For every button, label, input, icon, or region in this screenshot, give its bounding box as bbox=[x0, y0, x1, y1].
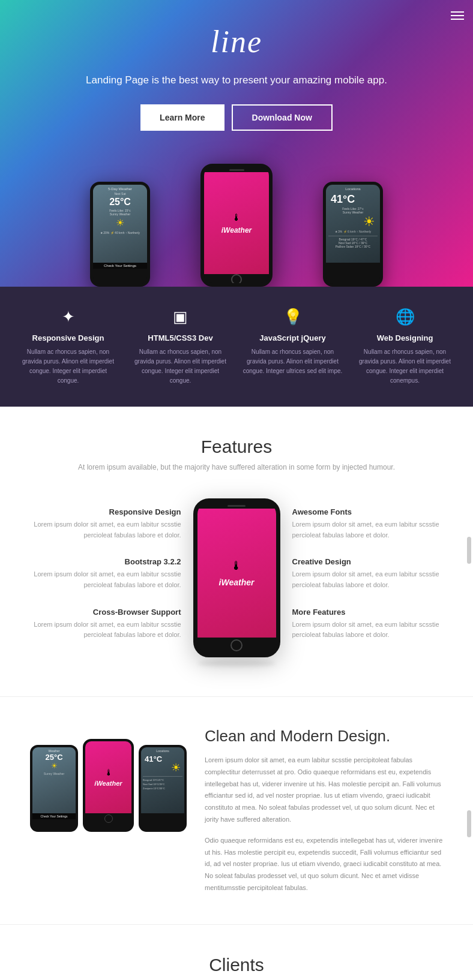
features-left-col: Responsive Design Lorem ipsum dolor sit … bbox=[30, 507, 181, 657]
design-phone-3: Locations 41°C ☀ Beograd 19°C/47°CNovi S… bbox=[139, 745, 187, 832]
hero-phone-center: 🌡 iWeather bbox=[200, 164, 273, 287]
clients-title: Clients bbox=[24, 955, 449, 975]
feat-name-1: Responsive Design bbox=[30, 507, 181, 516]
design-desc-1: Lorem ipsum dolor sit amet, ea eum labit… bbox=[205, 754, 443, 826]
main-features-section: Features At lorem ipsum available, but t… bbox=[0, 407, 473, 696]
hero-phone-left: 5-Day Weather Next Sat 25°C Feels Like: … bbox=[90, 182, 150, 287]
feat-desc-2: Lorem ipsum dolor sit amet, ea eum labit… bbox=[30, 569, 181, 590]
feature-row-creative: Creative Design Lorem ipsum dolor sit am… bbox=[292, 557, 444, 590]
feat-name-3: Cross-Browser Support bbox=[30, 608, 181, 617]
features-grid: Responsive Design Lorem ipsum dolor sit … bbox=[30, 498, 443, 666]
download-now-button[interactable]: Download Now bbox=[232, 104, 333, 131]
hamburger-menu[interactable] bbox=[451, 9, 464, 22]
hero-subtitle: Landing Page is the best way to present … bbox=[12, 74, 461, 86]
design-phone-1: Weather 25°C ☀ Sunny Weather Check Your … bbox=[30, 745, 78, 832]
hero-section: line Landing Page is the best way to pre… bbox=[0, 0, 473, 287]
hero-phones: 5-Day Weather Next Sat 25°C Feels Like: … bbox=[12, 155, 461, 287]
feature-row-responsive: Responsive Design Lorem ipsum dolor sit … bbox=[30, 507, 181, 540]
feature-title-2: HTML5/CSS3 Dev bbox=[130, 333, 230, 342]
clients-section: Clients workday. intel jQuery flickr YAH… bbox=[0, 924, 473, 980]
feature-desc-2: Nullam ac rhoncus sapien, non gravida pu… bbox=[130, 347, 230, 386]
design-phone-2: 🌡 iWeather bbox=[83, 739, 134, 832]
feature-title-3: JavaScript jQuery bbox=[243, 333, 343, 342]
feature-row-bootstrap: Bootstrap 3.2.2 Lorem ipsum dolor sit am… bbox=[30, 557, 181, 590]
design-title: Clean and Modern Design. bbox=[205, 727, 443, 745]
feature-desc: Nullam ac rhoncus sapien, non gravida pu… bbox=[18, 347, 118, 386]
features-right-col: Awesome Fonts Lorem ipsum dolor sit amet… bbox=[292, 507, 444, 657]
feat-name-2: Bootstrap 3.2.2 bbox=[30, 557, 181, 566]
hero-title: line bbox=[12, 24, 461, 59]
feat-desc-5: Lorem ipsum dolor sit amet, ea eum labit… bbox=[292, 569, 444, 590]
feature-row-fonts: Awesome Fonts Lorem ipsum dolor sit amet… bbox=[292, 507, 444, 540]
iweather-app-label: iWeather bbox=[221, 226, 252, 235]
features-center-phone: 🌡 iWeather bbox=[190, 498, 283, 666]
html5-icon: ▣ bbox=[130, 308, 230, 326]
features-section-subtitle: At lorem ipsum available, but the majori… bbox=[30, 463, 443, 471]
feat-desc-6: Lorem ipsum dolor sit amet, ea eum labit… bbox=[292, 620, 444, 641]
design-section: Weather 25°C ☀ Sunny Weather Check Your … bbox=[0, 696, 473, 924]
feat-desc-1: Lorem ipsum dolor sit amet, ea eum labit… bbox=[30, 519, 181, 540]
hero-buttons: Learn More Download Now bbox=[12, 104, 461, 131]
feature-title: Responsive Design bbox=[18, 333, 118, 342]
responsive-icon: ✦ bbox=[18, 308, 118, 326]
design-phones: Weather 25°C ☀ Sunny Weather Check Your … bbox=[30, 727, 187, 832]
center-iweather-label: iWeather bbox=[219, 578, 255, 587]
iweather-icon: 🌡 bbox=[232, 212, 241, 223]
feat-name-5: Creative Design bbox=[292, 557, 444, 566]
design-scrollbar[interactable] bbox=[467, 810, 471, 837]
feature-desc-3: Nullam ac rhoncus sapien, non gravida pu… bbox=[243, 347, 343, 376]
feature-item-html5: ▣ HTML5/CSS3 Dev Nullam ac rhoncus sapie… bbox=[124, 308, 237, 386]
feat-desc-4: Lorem ipsum dolor sit amet, ea eum labit… bbox=[292, 519, 444, 540]
features-bar: ✦ Responsive Design Nullam ac rhoncus sa… bbox=[0, 287, 473, 407]
feature-item-web: 🌐 Web Designing Nullam ac rhoncus sapien… bbox=[349, 308, 461, 386]
feat-name-4: Awesome Fonts bbox=[292, 507, 444, 516]
center-iweather-icon: 🌡 bbox=[230, 559, 243, 573]
learn-more-button[interactable]: Learn More bbox=[140, 104, 224, 131]
js-icon: 💡 bbox=[243, 308, 343, 326]
scrollbar[interactable] bbox=[467, 537, 471, 564]
feat-name-6: More Features bbox=[292, 608, 444, 617]
design-desc-2: Odio quaeque reformidans est eu, expeten… bbox=[205, 835, 443, 894]
feature-row-more: More Features Lorem ipsum dolor sit amet… bbox=[292, 608, 444, 641]
feature-item-responsive: ✦ Responsive Design Nullam ac rhoncus sa… bbox=[12, 308, 124, 386]
feature-desc-4: Nullam ac rhoncus sapien, non gravida pu… bbox=[355, 347, 455, 386]
features-section-title: Features bbox=[30, 437, 443, 457]
feature-item-js: 💡 JavaScript jQuery Nullam ac rhoncus sa… bbox=[237, 308, 349, 386]
feat-desc-3: Lorem ipsum dolor sit amet, ea eum labit… bbox=[30, 620, 181, 641]
web-icon: 🌐 bbox=[355, 308, 455, 326]
feature-title-4: Web Designing bbox=[355, 333, 455, 342]
design-text: Clean and Modern Design. Lorem ipsum dol… bbox=[205, 727, 443, 894]
hero-phone-right: Locations 41°C Feels Like: 27°c Sunny We… bbox=[323, 182, 383, 287]
feature-row-crossbrowser: Cross-Browser Support Lorem ipsum dolor … bbox=[30, 608, 181, 641]
